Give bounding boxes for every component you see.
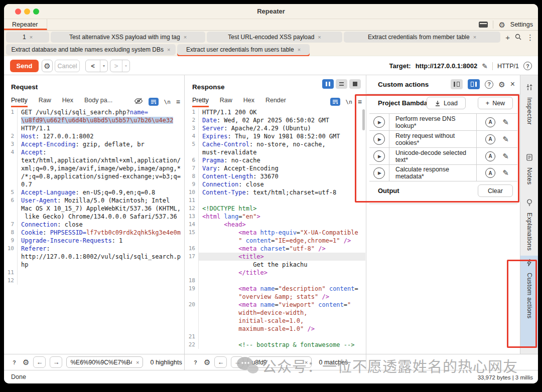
clear-search-icon[interactable]: × — [305, 359, 308, 365]
close-tab-icon[interactable]: × — [184, 34, 187, 40]
line-text: /*;q=0.8,application/signed-exchange;v=b… — [18, 172, 184, 180]
sidebar-item-notes[interactable]: Notes — [520, 150, 538, 193]
close-tab-icon[interactable]: × — [30, 34, 33, 40]
word-wrap-icon[interactable] — [330, 98, 340, 106]
response-view-tab-pretty[interactable]: Pretty — [192, 97, 209, 107]
settings-button[interactable]: Settings — [510, 21, 533, 28]
repeater-session-tab-1[interactable]: 1× — [6, 32, 49, 43]
edit-bambda-icon[interactable]: ✎ — [502, 152, 509, 161]
repeater-session-tab-r2-1[interactable]: Extract database and table names excludi… — [6, 44, 176, 55]
request-view-tab-body-pa-[interactable]: Body pa... — [84, 97, 112, 107]
panel-view-right-button[interactable] — [468, 79, 480, 89]
auto-run-icon[interactable]: A — [485, 134, 495, 144]
edit-bambda-icon[interactable]: ✎ — [502, 118, 509, 127]
line-number: 16 — [185, 245, 199, 253]
line-text: hp — [18, 261, 184, 269]
layout-icon[interactable] — [479, 22, 488, 28]
line-text: Cookie: PHPSESSID=lf7vtb0c09rdk2qhk5kg3e… — [18, 229, 184, 237]
tab-repeater[interactable]: Repeater — [4, 19, 47, 30]
help-icon[interactable]: ? — [191, 358, 200, 366]
gear-icon[interactable]: ⚙ — [498, 81, 505, 88]
http-version[interactable]: HTTP/1 — [497, 63, 519, 70]
show-newlines-toggle[interactable]: \n — [346, 99, 352, 105]
repeater-session-tab-4[interactable]: Extract credentials from member table× — [344, 32, 500, 43]
gear-icon[interactable]: ⚙ — [498, 21, 505, 29]
gear-icon[interactable]: ⚙ — [23, 358, 29, 366]
request-search-input[interactable]: %E6%90%9C%E7%B4' × — [66, 356, 143, 368]
request-view-tab-hex[interactable]: Hex — [62, 97, 73, 107]
search-prev-button[interactable]: ← — [33, 356, 46, 368]
editor-menu-icon[interactable]: ≡ — [176, 98, 180, 106]
request-editor[interactable]: 1GET /vul/sqli/sqli_search.php?name=\u8f… — [4, 108, 184, 354]
edit-bambda-icon[interactable]: ✎ — [502, 135, 509, 144]
response-editor[interactable]: 1HTTP/1.1 200 OK2Date: Wed, 02 Apr 2025 … — [185, 108, 365, 354]
search-prev-button[interactable]: ← — [214, 356, 227, 368]
repeater-session-tab-3[interactable]: Test URL-encoded XSS payload× — [207, 32, 342, 43]
scrollbar[interactable] — [362, 109, 365, 130]
response-view-tab-hex[interactable]: Hex — [243, 97, 254, 107]
new-button[interactable]: + New — [478, 97, 513, 109]
single-layout-button[interactable] — [349, 79, 361, 89]
edit-bambda-icon[interactable]: ✎ — [502, 168, 509, 177]
auto-run-icon[interactable]: A — [485, 168, 495, 178]
line-number: 3 — [4, 140, 18, 148]
clear-button[interactable]: Clear — [478, 184, 513, 197]
add-tab-button[interactable]: + — [505, 34, 510, 41]
close-tab-icon[interactable]: × — [298, 47, 301, 53]
cancel-button[interactable]: Cancel — [55, 60, 80, 72]
line-number: 14 — [185, 221, 199, 229]
sidebar-item-explanations[interactable]: Explanations — [520, 195, 538, 260]
line-text: <meta name="viewport" content=" — [199, 301, 365, 309]
send-button[interactable]: Send — [10, 60, 39, 72]
show-newlines-toggle[interactable]: \n — [164, 99, 171, 105]
auto-run-icon[interactable]: A — [485, 117, 495, 127]
history-forward-button[interactable]: > ▾ — [110, 60, 130, 72]
history-back-button[interactable]: < ▾ — [85, 60, 108, 72]
response-view-tab-raw[interactable]: Raw — [220, 97, 232, 107]
hide-nonprintable-icon[interactable] — [134, 97, 143, 106]
response-search-input[interactable]: u8fd9 × — [247, 356, 312, 368]
run-bambda-button[interactable]: ▶ — [373, 167, 385, 179]
request-view-tab-pretty[interactable]: Pretty — [11, 97, 28, 107]
search-next-button[interactable]: → — [50, 356, 62, 368]
line-number — [4, 156, 18, 164]
help-icon[interactable]: ? — [523, 62, 532, 70]
clear-search-icon[interactable]: × — [136, 359, 139, 365]
gear-icon[interactable]: ⚙ — [204, 358, 210, 366]
chevron-down-icon[interactable]: ▾ — [100, 60, 107, 72]
editor-menu-icon[interactable]: ≡ — [358, 98, 362, 106]
line-text: Date: Wed, 02 Apr 2025 06:50:02 GMT — [199, 116, 365, 124]
more-options-icon[interactable]: ⋮ — [526, 34, 534, 41]
close-tab-icon[interactable]: × — [167, 47, 170, 53]
close-tab-icon[interactable]: × — [318, 34, 321, 40]
run-bambda-button[interactable]: ▶ — [373, 116, 385, 128]
run-bambda-button[interactable]: ▶ — [373, 133, 385, 145]
auto-run-icon[interactable]: A — [485, 151, 495, 161]
sidebar-item-inspector[interactable]: Inspector — [520, 80, 538, 130]
response-view-tab-render[interactable]: Render — [265, 97, 286, 107]
help-icon[interactable]: ? — [485, 80, 493, 89]
columns-layout-button[interactable] — [322, 79, 334, 89]
search-next-button[interactable]: → — [231, 356, 243, 368]
word-wrap-icon[interactable] — [149, 98, 159, 106]
repeater-session-tab-2[interactable]: Test alternative XSS payload with img ta… — [51, 32, 205, 43]
edit-target-icon[interactable]: ✎ — [482, 62, 488, 70]
close-tab-icon[interactable]: × — [473, 34, 476, 40]
project-bambdas-row: Project Bambdas Load + New — [367, 94, 520, 113]
repeater-session-tab-r2-2[interactable]: Extract user credentials from users tabl… — [177, 44, 310, 55]
sidebar-item-custom-actions[interactable]: Custom actions — [520, 256, 538, 348]
search-tabs-icon[interactable] — [515, 34, 521, 41]
send-settings-button[interactable]: ⚙ — [42, 60, 53, 72]
run-bambda-button[interactable]: ▶ — [373, 150, 385, 162]
chevron-down-icon[interactable]: ▾ — [122, 60, 129, 72]
line-text: <meta name="description" content= — [199, 285, 365, 293]
close-icon[interactable]: × — [510, 80, 515, 89]
request-view-tab-raw[interactable]: Raw — [39, 97, 51, 107]
status-text: Done — [11, 373, 26, 380]
load-button[interactable]: Load — [427, 97, 466, 109]
help-icon[interactable]: ? — [10, 358, 19, 366]
line-text: Host: 127.0.0.1:8002 — [18, 132, 184, 140]
line-number: 8 — [185, 172, 199, 180]
panel-view-left-button[interactable] — [451, 79, 463, 89]
rows-layout-button[interactable] — [336, 79, 347, 89]
